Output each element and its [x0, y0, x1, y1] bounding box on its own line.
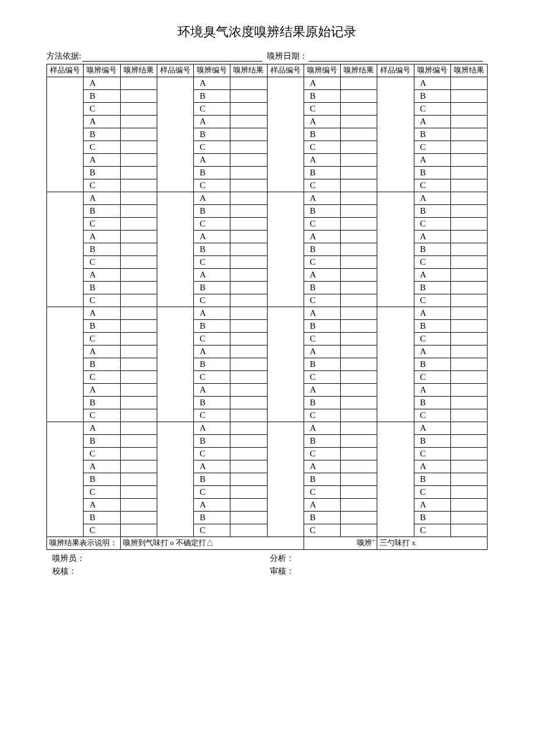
sample-no-cell[interactable]	[267, 422, 304, 537]
sniff-result-cell[interactable]	[341, 307, 377, 320]
sniff-result-cell[interactable]	[341, 294, 377, 307]
sniff-result-cell[interactable]	[230, 333, 267, 345]
sniff-result-cell[interactable]	[230, 256, 267, 269]
sniff-result-cell[interactable]	[341, 128, 377, 141]
sniff-result-cell[interactable]	[450, 154, 487, 167]
sniff-result-cell[interactable]	[230, 116, 267, 128]
sniff-result-cell[interactable]	[230, 77, 267, 90]
sniff-result-cell[interactable]	[230, 473, 267, 486]
sniff-result-cell[interactable]	[120, 205, 157, 218]
sniff-result-cell[interactable]	[230, 384, 267, 397]
sniff-result-cell[interactable]	[341, 231, 377, 243]
sniff-result-cell[interactable]	[341, 397, 377, 409]
sniff-result-cell[interactable]	[450, 141, 487, 154]
sniff-result-cell[interactable]	[230, 90, 267, 103]
sniff-result-cell[interactable]	[341, 269, 377, 282]
sniff-result-cell[interactable]	[450, 256, 487, 269]
sniff-result-cell[interactable]	[230, 103, 267, 116]
sniff-result-cell[interactable]	[230, 524, 267, 537]
sniff-result-cell[interactable]	[450, 269, 487, 282]
sniff-result-cell[interactable]	[120, 294, 157, 307]
sniff-result-cell[interactable]	[341, 512, 377, 524]
sniff-result-cell[interactable]	[230, 409, 267, 422]
sniff-result-cell[interactable]	[450, 499, 487, 512]
sniff-result-cell[interactable]	[120, 524, 157, 537]
sniff-result-cell[interactable]	[120, 345, 157, 358]
sniff-result-cell[interactable]	[230, 294, 267, 307]
sniff-result-cell[interactable]	[230, 307, 267, 320]
sniff-result-cell[interactable]	[230, 282, 267, 294]
sniff-result-cell[interactable]	[120, 384, 157, 397]
sniff-result-cell[interactable]	[230, 192, 267, 205]
sniff-result-cell[interactable]	[120, 218, 157, 231]
sniff-result-cell[interactable]	[230, 154, 267, 167]
sniff-result-cell[interactable]	[120, 397, 157, 409]
sniff-result-cell[interactable]	[230, 205, 267, 218]
sniff-result-cell[interactable]	[341, 460, 377, 473]
sniff-result-cell[interactable]	[230, 448, 267, 460]
sniff-result-cell[interactable]	[230, 460, 267, 473]
sniff-result-cell[interactable]	[341, 333, 377, 345]
sample-no-cell[interactable]	[157, 422, 193, 537]
sample-no-cell[interactable]	[377, 422, 414, 537]
sniff-result-cell[interactable]	[450, 90, 487, 103]
sample-no-cell[interactable]	[47, 307, 84, 422]
sniff-result-cell[interactable]	[230, 218, 267, 231]
sniff-result-cell[interactable]	[341, 486, 377, 499]
sniff-result-cell[interactable]	[450, 512, 487, 524]
sniff-result-cell[interactable]	[120, 90, 157, 103]
sniff-result-cell[interactable]	[341, 371, 377, 384]
sniff-result-cell[interactable]	[450, 435, 487, 448]
sniff-result-cell[interactable]	[120, 320, 157, 333]
sniff-result-cell[interactable]	[120, 141, 157, 154]
sniff-result-cell[interactable]	[341, 218, 377, 231]
sniff-result-cell[interactable]	[230, 435, 267, 448]
sample-no-cell[interactable]	[377, 77, 414, 192]
sample-no-cell[interactable]	[157, 307, 193, 422]
sniff-result-cell[interactable]	[230, 167, 267, 179]
sniff-result-cell[interactable]	[120, 167, 157, 179]
sniff-result-cell[interactable]	[450, 524, 487, 537]
sniff-result-cell[interactable]	[120, 128, 157, 141]
sniff-result-cell[interactable]	[450, 358, 487, 371]
sniff-result-cell[interactable]	[120, 179, 157, 192]
sniff-result-cell[interactable]	[450, 218, 487, 231]
sniff-result-cell[interactable]	[341, 409, 377, 422]
sniff-result-cell[interactable]	[120, 269, 157, 282]
sniff-result-cell[interactable]	[450, 422, 487, 435]
sniff-result-cell[interactable]	[120, 422, 157, 435]
sniff-result-cell[interactable]	[341, 422, 377, 435]
sniff-result-cell[interactable]	[120, 512, 157, 524]
sniff-result-cell[interactable]	[341, 243, 377, 256]
sniff-result-cell[interactable]	[450, 460, 487, 473]
sniff-result-cell[interactable]	[450, 77, 487, 90]
sniff-result-cell[interactable]	[120, 486, 157, 499]
sniff-result-cell[interactable]	[341, 205, 377, 218]
sniff-result-cell[interactable]	[341, 499, 377, 512]
sniff-result-cell[interactable]	[341, 384, 377, 397]
sniff-result-cell[interactable]	[341, 141, 377, 154]
sniff-result-cell[interactable]	[230, 320, 267, 333]
sniff-result-cell[interactable]	[120, 448, 157, 460]
sniff-result-cell[interactable]	[230, 345, 267, 358]
sample-no-cell[interactable]	[47, 192, 84, 307]
sniff-result-cell[interactable]	[341, 435, 377, 448]
sniff-result-cell[interactable]	[120, 243, 157, 256]
sniff-result-cell[interactable]	[341, 192, 377, 205]
sniff-result-cell[interactable]	[230, 397, 267, 409]
sniff-result-cell[interactable]	[341, 103, 377, 116]
sniff-result-cell[interactable]	[450, 231, 487, 243]
sniff-result-cell[interactable]	[341, 320, 377, 333]
sniff-result-cell[interactable]	[120, 231, 157, 243]
sample-no-cell[interactable]	[267, 77, 304, 192]
sample-no-cell[interactable]	[267, 192, 304, 307]
sniff-result-cell[interactable]	[120, 103, 157, 116]
sniff-result-cell[interactable]	[450, 205, 487, 218]
sniff-result-cell[interactable]	[450, 448, 487, 460]
sniff-result-cell[interactable]	[450, 384, 487, 397]
sniff-result-cell[interactable]	[450, 473, 487, 486]
sniff-result-cell[interactable]	[341, 116, 377, 128]
sniff-result-cell[interactable]	[450, 192, 487, 205]
sniff-result-cell[interactable]	[450, 103, 487, 116]
sniff-result-cell[interactable]	[230, 243, 267, 256]
